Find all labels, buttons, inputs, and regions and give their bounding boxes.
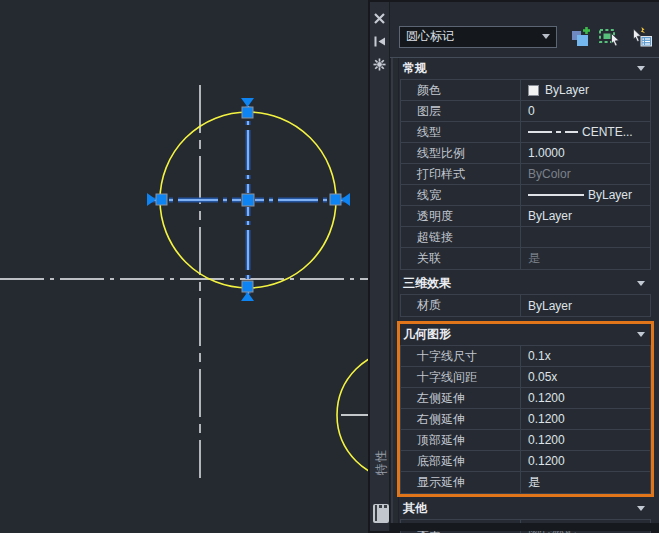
object-type-value: 圆心标记	[406, 28, 542, 45]
section-title: 几何图形	[403, 326, 451, 343]
collapse-chevron-icon[interactable]	[637, 506, 645, 511]
property-row-cross-size: 十字线尺寸 0.1x	[401, 346, 650, 367]
color-swatch[interactable]	[528, 85, 539, 96]
grip-top[interactable]	[242, 107, 253, 118]
pickadd-toggle-button[interactable]	[567, 25, 593, 49]
section-title: 常规	[403, 60, 427, 77]
property-label: 线宽	[401, 185, 521, 205]
section-general: 常规 颜色 ByLayer 图层 0	[400, 58, 651, 270]
select-objects-button[interactable]	[597, 25, 623, 49]
property-row-hyperlink: 超链接	[401, 227, 650, 248]
collapse-chevron-icon[interactable]	[637, 281, 645, 286]
property-row-associative: 关联 是	[401, 248, 650, 269]
properties-grid: 常规 颜色 ByLayer 图层 0	[400, 58, 651, 533]
scrollbar[interactable]	[390, 58, 399, 525]
properties-grid-wrap: 常规 颜色 ByLayer 图层 0	[390, 57, 659, 533]
property-label: 右侧延伸	[401, 409, 521, 429]
select-objects-icon	[598, 26, 622, 48]
linetype-sample	[528, 131, 552, 133]
section-3d-effects: 三维效果 材质 ByLayer	[400, 273, 651, 317]
property-value-layer[interactable]: 0	[521, 101, 650, 121]
section-geometry-header[interactable]: 几何图形	[400, 324, 651, 345]
property-label: 打印样式	[401, 164, 521, 184]
property-value-right-extension[interactable]: 0.1200	[521, 409, 650, 429]
property-row-linetype: 线型 CENTE...	[401, 122, 650, 143]
property-value-lineweight[interactable]: ByLayer	[521, 185, 650, 205]
section-general-header[interactable]: 常规	[400, 58, 651, 79]
property-label: 顶部延伸	[401, 430, 521, 450]
property-value-bottom-extension[interactable]: 0.1200	[521, 451, 650, 471]
property-value-hyperlink[interactable]	[521, 227, 650, 247]
property-label: 关联	[401, 248, 521, 269]
property-row-bottom-extension: 底部延伸 0.1200	[401, 451, 650, 472]
chevron-down-icon	[542, 34, 550, 39]
collapse-chevron-icon[interactable]	[637, 66, 645, 71]
section-title: 三维效果	[403, 275, 451, 292]
grip-left[interactable]	[156, 194, 167, 205]
property-label: 超链接	[401, 227, 521, 247]
property-label: 颜色	[401, 80, 521, 100]
property-value-show-extension[interactable]: 是	[521, 472, 650, 493]
property-value-material[interactable]: ByLayer	[521, 295, 650, 316]
palette-content: 圆心标记	[390, 2, 659, 531]
property-row-lineweight: 线宽 ByLayer	[401, 185, 650, 206]
property-row-layer: 图层 0	[401, 101, 650, 122]
palette-toolbar: 圆心标记	[390, 2, 659, 57]
property-value-transparency[interactable]: ByLayer	[521, 206, 650, 226]
property-label: 透明度	[401, 206, 521, 226]
properties-palette-icon[interactable]	[373, 504, 389, 523]
auto-hide-icon[interactable]	[373, 34, 387, 48]
close-icon[interactable]	[373, 11, 387, 25]
property-row-plotstyle: 打印样式 ByColor	[401, 164, 650, 185]
property-label: 十字线间距	[401, 367, 521, 387]
property-value-associative: 是	[521, 248, 650, 269]
grips[interactable]	[147, 98, 350, 301]
property-row-left-extension: 左侧延伸 0.1200	[401, 388, 650, 409]
section-other-header[interactable]: 其他	[400, 498, 651, 519]
grip-bottom[interactable]	[242, 281, 253, 292]
property-row-show-extension: 显示延伸 是	[401, 472, 650, 493]
palette-bottom-edge	[390, 523, 659, 531]
property-row-cross-gap: 十字线间距 0.05x	[401, 367, 650, 388]
property-row-top-extension: 顶部延伸 0.1200	[401, 430, 650, 451]
grip-center[interactable]	[242, 194, 254, 206]
property-label: 线型比例	[401, 143, 521, 163]
grip-right[interactable]	[330, 194, 341, 205]
cad-viewport[interactable]	[0, 0, 368, 533]
property-value-top-extension[interactable]: 0.1200	[521, 430, 650, 450]
property-value-cross-size[interactable]: 0.1x	[521, 346, 650, 366]
section-3d-effects-header[interactable]: 三维效果	[400, 273, 651, 294]
property-row-transparency: 透明度 ByLayer	[401, 206, 650, 227]
property-value-left-extension[interactable]: 0.1200	[521, 388, 650, 408]
property-row-linetype-scale: 线型比例 1.0000	[401, 143, 650, 164]
property-value-linetype[interactable]: CENTE...	[521, 122, 650, 142]
property-label: 底部延伸	[401, 451, 521, 471]
property-label: 十字线尺寸	[401, 346, 521, 366]
quick-select-button[interactable]	[627, 25, 653, 49]
property-label: 显示延伸	[401, 472, 521, 493]
property-value-color[interactable]: ByLayer	[521, 80, 650, 100]
collapse-chevron-icon[interactable]	[637, 332, 645, 337]
property-row-right-extension: 右侧延伸 0.1200	[401, 409, 650, 430]
quick-select-icon	[628, 26, 652, 48]
settings-gear-icon[interactable]	[373, 57, 387, 71]
pickadd-toggle-icon	[569, 26, 591, 48]
object-type-dropdown[interactable]: 圆心标记	[399, 26, 557, 48]
section-title: 其他	[403, 500, 427, 517]
property-label: 左侧延伸	[401, 388, 521, 408]
property-row-material: 材质 ByLayer	[401, 295, 650, 316]
palette-titlebar: 特性	[368, 2, 390, 531]
property-value-linetype-scale[interactable]: 1.0000	[521, 143, 650, 163]
property-label: 线型	[401, 122, 521, 142]
section-geometry: 几何图形 十字线尺寸 0.1x 十字线间距 0.05x 左侧	[400, 324, 651, 494]
property-value-cross-gap[interactable]: 0.05x	[521, 367, 650, 387]
property-label: 图层	[401, 101, 521, 121]
lineweight-sample	[528, 194, 584, 196]
property-row-color: 颜色 ByLayer	[401, 80, 650, 101]
properties-palette: 特性 圆心标记	[368, 0, 659, 533]
property-label: 材质	[401, 295, 521, 316]
property-value-plotstyle: ByColor	[521, 164, 650, 184]
